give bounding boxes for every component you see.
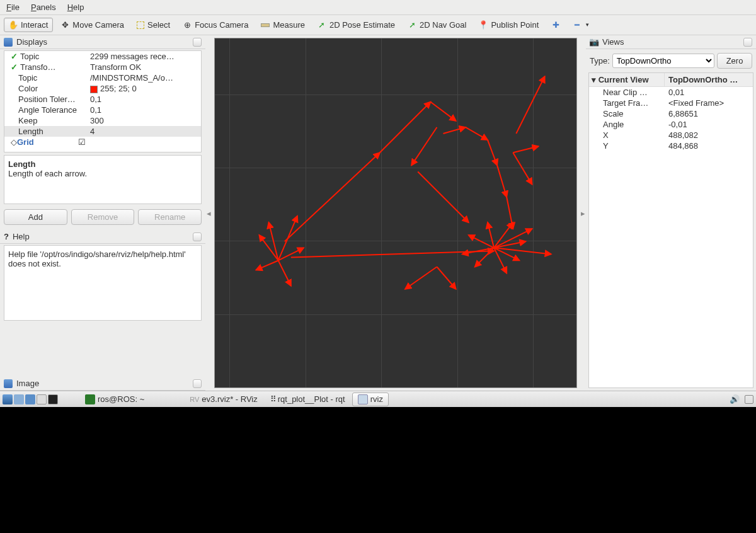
description-box: Length Length of each arrow.: [4, 155, 202, 204]
menubar: File Panels Help: [0, 0, 756, 15]
displays-title: Displays: [16, 37, 47, 47]
tree-row[interactable]: Keep300: [4, 115, 201, 126]
browser-icon[interactable]: [25, 394, 35, 404]
svg-line-7: [380, 102, 431, 153]
plus-button[interactable]: ✚: [546, 18, 565, 32]
panel-close-button[interactable]: [743, 38, 752, 47]
taskbar-rqt[interactable]: ⠿ rqt_plot__Plot - rqt: [265, 393, 351, 406]
tray-icon[interactable]: [745, 395, 753, 404]
left-column: Displays ✓Topic2299 messages rece…✓Trans…: [0, 35, 205, 391]
menu-panels[interactable]: Panels: [31, 3, 56, 12]
view-property-row[interactable]: Target Fra…<Fixed Frame>: [589, 98, 753, 108]
displays-tree[interactable]: ✓Topic2299 messages rece…✓Transfo…Transf…: [4, 50, 202, 152]
move-camera-button[interactable]: ✥ Move Camera: [55, 18, 129, 32]
tree-row-grid[interactable]: ◇ Grid☑: [4, 137, 201, 147]
minus-button[interactable]: ━ ▼: [568, 18, 595, 32]
remove-button[interactable]: Remove: [71, 209, 135, 225]
publish-point-button[interactable]: 📍 Publish Point: [474, 18, 544, 32]
publish-point-label: Publish Point: [491, 20, 539, 30]
views-panel-header: 📷 Views: [586, 35, 756, 49]
taskbar-rqt-label: rqt_plot__Plot - rqt: [278, 394, 345, 404]
zero-button[interactable]: Zero: [717, 53, 752, 69]
taskbar-terminal-label: ros@ROS: ~: [98, 394, 144, 404]
image-panel-header: Image: [0, 377, 205, 391]
pose-estimate-label: 2D Pose Estimate: [329, 20, 395, 30]
nav-goal-label: 2D Nav Goal: [420, 20, 466, 30]
taskbar: ros@ROS: ~ RV ev3.rviz* - RViz ⠿ rqt_plo…: [0, 391, 756, 407]
panel-close-button[interactable]: [193, 38, 202, 47]
viewport-3d[interactable]: [214, 38, 577, 388]
views-property-table[interactable]: ▾ Current View TopDownOrtho … Near Clip …: [588, 72, 753, 388]
start-button[interactable]: [3, 394, 13, 404]
terminal-icon[interactable]: [48, 394, 58, 404]
tree-row[interactable]: ✓Transfo…Transform OK: [4, 62, 201, 72]
nav-goal-button[interactable]: ➚ 2D Nav Goal: [403, 18, 471, 32]
chevron-down-icon: ▼: [585, 22, 590, 28]
tree-row[interactable]: Topic/MINDSTORMS_A/o…: [4, 72, 201, 83]
menu-help[interactable]: Help: [67, 3, 84, 12]
volume-icon[interactable]: 🔊: [730, 394, 740, 404]
tree-row[interactable]: Angle Tolerance0,1: [4, 105, 201, 115]
splitter-right[interactable]: ▸: [580, 35, 586, 391]
svg-line-29: [516, 76, 544, 134]
main-area: Displays ✓Topic2299 messages rece…✓Trans…: [0, 35, 756, 391]
panel-close-button[interactable]: [193, 379, 202, 388]
tree-row[interactable]: Color255; 25; 0: [4, 83, 201, 94]
window-icon: [358, 394, 368, 404]
svg-line-4: [278, 260, 291, 285]
view-type-row: Type: TopDownOrtho Zero: [586, 49, 756, 72]
panel-close-button[interactable]: [193, 232, 202, 241]
svg-line-11: [466, 127, 488, 140]
displays-icon: [4, 38, 13, 47]
move-icon: ✥: [60, 21, 69, 30]
view-property-row[interactable]: Scale6,88651: [589, 108, 753, 119]
desktop-background: [0, 407, 756, 533]
taskbar-rviz-win-label: rviz: [370, 394, 383, 404]
splitter-left[interactable]: ◂: [205, 35, 212, 391]
svg-line-17: [469, 235, 494, 248]
window-icon[interactable]: [37, 394, 47, 404]
displays-buttons: Add Remove Rename: [0, 205, 205, 229]
tree-row[interactable]: Position Toler…0,1: [4, 94, 201, 105]
files-icon[interactable]: [14, 394, 24, 404]
svg-line-25: [494, 248, 551, 254]
view-property-row[interactable]: Angle-0,01: [589, 119, 753, 130]
taskbar-rviz-file[interactable]: RV ev3.rviz* - RViz: [184, 393, 263, 406]
taskbar-rviz-win[interactable]: rviz: [352, 393, 389, 406]
taskbar-terminal[interactable]: ros@ROS: ~: [79, 393, 150, 406]
tree-row[interactable]: ✓Topic2299 messages rece…: [4, 51, 201, 62]
svg-line-10: [444, 127, 466, 134]
help-title: Help: [13, 232, 30, 241]
target-icon: ⊕: [183, 21, 192, 30]
select-button[interactable]: Select: [132, 18, 175, 32]
pose-estimate-button[interactable]: ➚ 2D Pose Estimate: [312, 18, 400, 32]
view-type-select[interactable]: TopDownOrtho: [612, 54, 714, 68]
help-panel-header: ? Help: [0, 230, 205, 244]
help-content: Help file '/opt/ros/indigo/share/rviz/he…: [4, 245, 202, 321]
add-button[interactable]: Add: [4, 209, 67, 225]
tree-row[interactable]: Length4: [4, 126, 201, 137]
svg-line-30: [513, 152, 532, 184]
view-property-row[interactable]: Y484,868: [589, 140, 753, 151]
help-text: Help file '/opt/ros/indigo/share/rviz/he…: [8, 249, 186, 268]
view-property-row[interactable]: Near Clip …0,01: [589, 87, 753, 98]
svg-line-13: [497, 165, 507, 197]
view-property-row[interactable]: X488,082: [589, 130, 753, 140]
focus-camera-button[interactable]: ⊕ Focus Camera: [178, 18, 253, 32]
rename-button[interactable]: Rename: [138, 209, 202, 225]
image-title: Image: [16, 379, 39, 388]
desc-title: Length: [8, 159, 197, 169]
measure-label: Measure: [273, 20, 305, 30]
measure-button[interactable]: Measure: [256, 18, 310, 32]
rviz-icon: RV: [190, 396, 199, 403]
interact-button[interactable]: ✋ Interact: [4, 18, 53, 32]
check-icon: ✓: [11, 62, 18, 72]
type-label: Type:: [590, 56, 610, 66]
help-icon: ?: [4, 232, 9, 241]
svg-line-28: [437, 267, 455, 289]
grid-icon: ⠿: [270, 394, 275, 404]
color-swatch: [90, 86, 98, 93]
menu-file[interactable]: File: [6, 3, 20, 12]
views-title: Views: [602, 37, 624, 47]
camera-icon: 📷: [590, 38, 598, 47]
